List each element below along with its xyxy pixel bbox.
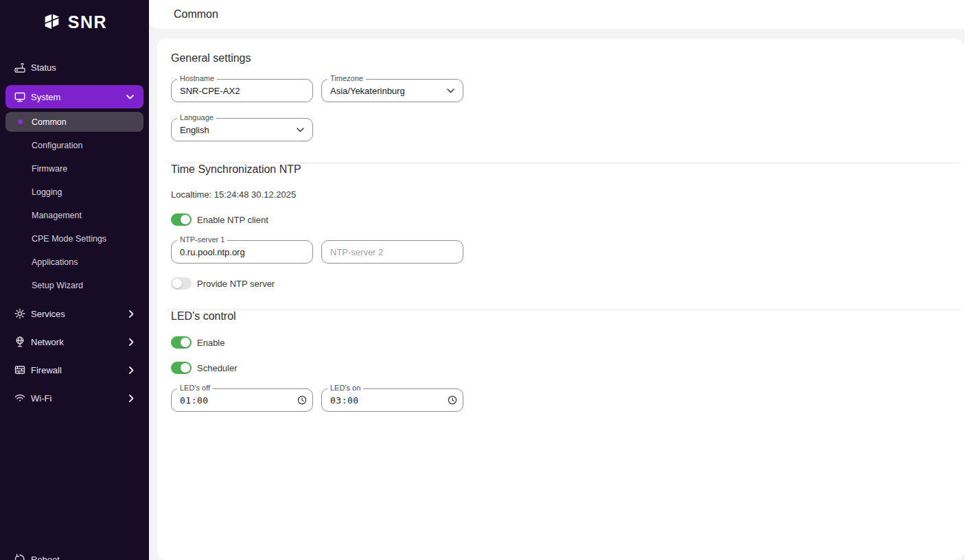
brand-logo: SNR bbox=[0, 0, 149, 34]
sidebar-item-configuration[interactable]: Configuration bbox=[5, 135, 143, 155]
ntp-server1-label: NTP-server 1 bbox=[177, 235, 227, 244]
chevron-down-icon bbox=[126, 95, 134, 100]
sidebar-item-status[interactable]: Status bbox=[0, 58, 149, 77]
leds-on-label: LED's on bbox=[327, 384, 363, 393]
settings-card: General settings Hostname Timezone Asia/… bbox=[157, 38, 965, 560]
sidebar-nav: Status System bbox=[0, 58, 149, 408]
scrollbar-track[interactable] bbox=[965, 0, 970, 560]
sidebar-item-system[interactable]: System bbox=[5, 85, 143, 108]
brand-name: SNR bbox=[68, 12, 107, 32]
reboot-icon bbox=[14, 553, 26, 560]
hostname-field: Hostname bbox=[171, 79, 313, 102]
general-settings-section: General settings Hostname Timezone Asia/… bbox=[171, 52, 951, 141]
leds-off-label: LED's off bbox=[177, 384, 213, 393]
chevron-right-icon bbox=[129, 395, 134, 402]
section-title-ntp: Time Synchronization NTP bbox=[171, 163, 951, 176]
leds-section: LED's control Enable Scheduler LED's off bbox=[171, 310, 951, 412]
clock-icon[interactable] bbox=[297, 395, 307, 405]
enable-ntp-client-row: Enable NTP client bbox=[171, 213, 951, 226]
leds-times-row: LED's off LED's on bbox=[171, 388, 951, 412]
sidebar-item-label: Firewall bbox=[31, 365, 129, 375]
sidebar-item-common[interactable]: Common bbox=[5, 112, 143, 132]
sidebar-item-label: Firmware bbox=[32, 164, 67, 174]
toggle-knob bbox=[181, 338, 190, 347]
sidebar-item-label: Applications bbox=[32, 257, 78, 267]
sidebar-item-services[interactable]: Services bbox=[0, 304, 149, 323]
page-header: Common bbox=[149, 0, 970, 29]
snr-logo-icon bbox=[42, 12, 62, 32]
sidebar: SNR Status bbox=[0, 0, 149, 560]
language-field: Language English bbox=[171, 118, 313, 141]
sidebar-item-reboot[interactable]: Reboot bbox=[0, 550, 149, 560]
ntp-section: Time Synchronization NTP Localtime: 15:2… bbox=[171, 163, 951, 290]
clock-icon[interactable] bbox=[448, 395, 457, 405]
sidebar-item-cpe-mode-settings[interactable]: CPE Mode Settings bbox=[5, 229, 143, 248]
ntp-servers-row: NTP-server 1 bbox=[171, 240, 951, 264]
sidebar-item-label: System bbox=[31, 92, 126, 102]
globe-icon bbox=[14, 336, 26, 348]
leds-enable-row: Enable bbox=[171, 336, 951, 349]
chevron-right-icon bbox=[129, 338, 134, 346]
firewall-icon bbox=[14, 364, 26, 376]
provide-ntp-server-label: Provide NTP server bbox=[197, 279, 275, 289]
active-dot-icon bbox=[18, 119, 23, 124]
leds-scheduler-row: Scheduler bbox=[171, 362, 951, 374]
language-value: English bbox=[180, 125, 209, 135]
sidebar-item-label: Configuration bbox=[32, 141, 82, 150]
sidebar-item-network[interactable]: Network bbox=[0, 332, 149, 351]
sidebar-item-label: Common bbox=[32, 117, 67, 127]
sidebar-item-firewall[interactable]: Firewall bbox=[0, 360, 149, 380]
gear-icon bbox=[14, 307, 26, 320]
sidebar-item-label: Setup Wizard bbox=[32, 281, 83, 290]
router-icon bbox=[14, 61, 26, 73]
enable-ntp-client-toggle[interactable] bbox=[171, 213, 192, 226]
leds-enable-toggle[interactable] bbox=[171, 336, 192, 349]
sidebar-item-firmware[interactable]: Firmware bbox=[5, 159, 143, 178]
ntp-server2-input[interactable] bbox=[321, 240, 463, 264]
sidebar-item-applications[interactable]: Applications bbox=[5, 252, 143, 272]
toggle-knob bbox=[172, 279, 182, 288]
leds-enable-label: Enable bbox=[197, 338, 224, 348]
toggle-knob bbox=[181, 363, 190, 373]
chevron-down-icon bbox=[447, 89, 454, 93]
hostname-label: Hostname bbox=[177, 74, 217, 83]
sidebar-item-label: Services bbox=[31, 309, 129, 319]
section-title-leds: LED's control bbox=[171, 310, 951, 323]
main-area: Common General settings Hostname Timezon… bbox=[149, 0, 970, 560]
sidebar-item-label: Status bbox=[31, 62, 134, 73]
timezone-label: Timezone bbox=[327, 74, 366, 83]
leds-on-field: LED's on bbox=[321, 388, 463, 412]
general-row-2: Language English bbox=[171, 118, 951, 141]
leds-off-field: LED's off bbox=[171, 388, 313, 412]
chevron-down-icon bbox=[297, 128, 304, 132]
timezone-field: Timezone Asia/Yekaterinburg bbox=[321, 79, 463, 102]
leds-scheduler-toggle[interactable] bbox=[171, 362, 192, 374]
sidebar-item-label: Network bbox=[31, 337, 129, 347]
provide-ntp-server-toggle[interactable] bbox=[171, 277, 192, 290]
enable-ntp-client-label: Enable NTP client bbox=[197, 215, 268, 225]
general-row-1: Hostname Timezone Asia/Yekaterinburg bbox=[171, 79, 951, 102]
leds-scheduler-label: Scheduler bbox=[197, 363, 238, 373]
sidebar-item-label: Logging bbox=[32, 187, 62, 197]
page-title: Common bbox=[174, 8, 218, 21]
ntp-server2-field bbox=[321, 240, 463, 264]
toggle-knob bbox=[181, 215, 190, 224]
wifi-icon bbox=[14, 392, 26, 404]
chevron-right-icon bbox=[129, 310, 134, 318]
sidebar-item-logging[interactable]: Logging bbox=[5, 182, 143, 202]
chevron-right-icon bbox=[129, 366, 134, 374]
sidebar-item-label: Management bbox=[32, 211, 82, 220]
monitor-icon bbox=[14, 91, 26, 103]
sidebar-item-setup-wizard[interactable]: Setup Wizard bbox=[5, 275, 143, 295]
sidebar-item-wifi[interactable]: Wi-Fi bbox=[0, 388, 149, 408]
language-label: Language bbox=[177, 113, 216, 122]
sidebar-item-management[interactable]: Management bbox=[5, 205, 143, 225]
app-root: SNR Status bbox=[0, 0, 970, 560]
timezone-value: Asia/Yekaterinburg bbox=[330, 86, 405, 96]
localtime-text: Localtime: 15:24:48 30.12.2025 bbox=[171, 189, 951, 200]
section-title-general: General settings bbox=[171, 52, 951, 65]
sidebar-item-label: CPE Mode Settings bbox=[32, 234, 106, 244]
sidebar-item-label: Wi-Fi bbox=[31, 393, 129, 404]
provide-ntp-server-row: Provide NTP server bbox=[171, 277, 951, 290]
ntp-server1-field: NTP-server 1 bbox=[171, 240, 313, 264]
